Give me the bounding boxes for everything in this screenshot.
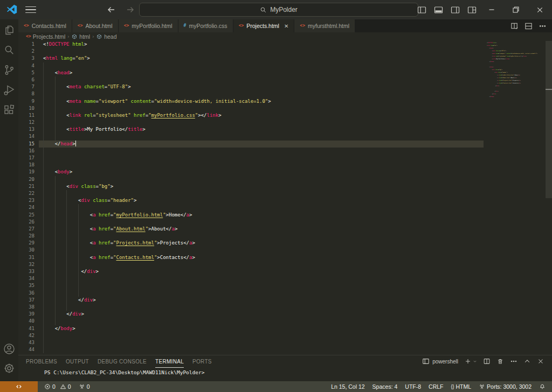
panel-tab-output[interactable]: OUTPUT <box>66 355 89 368</box>
editor-tab[interactable]: #myPortfolio.css <box>178 19 233 32</box>
panel-tab-terminal[interactable]: TERMINAL <box>155 355 184 368</box>
code-line[interactable]: 16 <box>18 148 552 155</box>
code-line[interactable]: 42 <box>18 332 552 339</box>
back-arrow-icon[interactable] <box>106 4 116 15</box>
run-debug-icon[interactable] <box>3 83 16 96</box>
code-line[interactable]: 36 <box>18 290 552 297</box>
code-line[interactable]: 18 <box>18 162 552 169</box>
kill-terminal-trash-icon[interactable] <box>496 358 504 365</box>
forward-arrow-icon[interactable] <box>125 4 136 15</box>
code-line[interactable]: 23 <div class="header"> <box>18 197 552 204</box>
terminal-prompt[interactable]: PS C:\Users\CLAB2_PC-34\Desktop\MAWD11Ni… <box>18 369 552 375</box>
close-window-button[interactable] <box>528 0 552 19</box>
close-tab-icon[interactable]: ✕ <box>284 23 288 29</box>
encoding-status[interactable]: UTF-8 <box>405 383 421 390</box>
code-line[interactable]: 2 <box>18 48 552 55</box>
forwarded-ports-status[interactable]: Ports: 3000, 3002 <box>479 383 532 390</box>
code-line[interactable]: 35 <box>18 282 552 289</box>
split-terminal-icon[interactable] <box>483 358 491 365</box>
new-terminal-button[interactable] <box>464 358 477 365</box>
code-line[interactable]: 10 <box>18 105 552 112</box>
code-line[interactable]: 28 <box>18 233 552 240</box>
problems-status[interactable]: 0 0 <box>44 383 71 390</box>
code-line[interactable]: 17 <box>18 155 552 162</box>
breadcrumb-item[interactable]: html <box>71 33 90 40</box>
breadcrumb-item[interactable]: <>Projects.html <box>26 33 65 40</box>
code-line[interactable]: 40 <box>18 318 552 325</box>
search-sidebar-icon[interactable] <box>3 44 16 57</box>
code-line[interactable]: 44 <box>18 346 552 353</box>
vertical-scrollbar[interactable] <box>546 41 552 198</box>
cursor-position-status[interactable]: Ln 15, Col 12 <box>331 383 364 390</box>
settings-gear-icon[interactable] <box>3 362 16 375</box>
remote-indicator[interactable] <box>0 381 38 392</box>
toggle-panel-icon[interactable] <box>434 5 443 15</box>
panel-more-icon[interactable] <box>510 358 518 365</box>
source-control-icon[interactable] <box>3 64 16 76</box>
more-actions-icon[interactable] <box>539 22 547 30</box>
editor-layout-icon[interactable] <box>525 22 533 30</box>
menu-icon[interactable] <box>25 4 36 15</box>
code-line[interactable]: 24 <box>18 204 552 211</box>
code-line[interactable]: 15 </head> <box>18 141 552 148</box>
notifications-bell-icon[interactable] <box>539 383 546 390</box>
code-line[interactable]: 33 </div> <box>18 268 552 275</box>
code-line[interactable]: 12 <box>18 119 552 126</box>
code-line[interactable]: 22 <box>18 190 552 197</box>
restore-button[interactable] <box>503 0 528 19</box>
split-editor-icon[interactable] <box>510 22 519 30</box>
maximize-panel-icon[interactable] <box>523 358 531 365</box>
eol-status[interactable]: CRLF <box>429 383 443 390</box>
minimize-button[interactable] <box>479 0 503 19</box>
code-line[interactable]: 26 <box>18 219 552 226</box>
code-line[interactable]: 27 <a href="About.html">About</a> <box>18 226 552 233</box>
editor-tab[interactable]: <>myfursthtml.html <box>294 19 355 32</box>
code-line[interactable]: 38 <box>18 304 552 311</box>
code-line[interactable]: 20 <box>18 176 552 183</box>
code-line[interactable]: 3<html lang="en"> <box>18 55 552 62</box>
panel-tab-debug-console[interactable]: DEBUG CONSOLE <box>98 355 147 368</box>
ports-indicator-left[interactable]: 0 <box>79 383 90 390</box>
code-line[interactable]: 14 <box>18 133 552 140</box>
code-line[interactable]: 25 <a href="myPortfolio.html">Home</a> <box>18 212 552 219</box>
code-editor[interactable]: 1<!DOCTYPE html>23<html lang="en">45 <he… <box>18 41 552 355</box>
minimap[interactable]: <!DOCTYPE html><html lang="en"> <head> <… <box>484 42 549 101</box>
editor-tab[interactable]: <>Contacts.html <box>18 19 72 32</box>
editor-tab[interactable]: <>About.html <box>72 19 118 32</box>
code-line[interactable]: 34 <box>18 275 552 282</box>
explorer-icon[interactable] <box>3 24 16 37</box>
customize-layout-icon[interactable] <box>467 5 477 15</box>
code-line[interactable]: 11 <link rel="stylesheet" href="myPortfo… <box>18 112 552 119</box>
command-center-search[interactable]: MyPolder <box>139 3 418 17</box>
code-line[interactable]: 9 <meta name="viewport" content="width=d… <box>18 98 552 105</box>
code-line[interactable]: 39 </div> <box>18 311 552 318</box>
extensions-icon[interactable] <box>3 103 16 116</box>
breadcrumb-item[interactable]: head <box>96 33 116 40</box>
toggle-sidebar-right-icon[interactable] <box>451 5 460 15</box>
panel-tab-ports[interactable]: PORTS <box>192 355 212 368</box>
code-line[interactable]: 37 </div> <box>18 297 552 304</box>
code-line[interactable]: 31 <a href="Contacts.html">Contacts</a> <box>18 254 552 261</box>
language-mode-status[interactable]: {} HTML <box>451 383 471 390</box>
close-panel-icon[interactable] <box>537 358 544 365</box>
code-line[interactable]: 29 <a href="Projects.html">Projects</a> <box>18 240 552 247</box>
code-line[interactable]: 5 <head> <box>18 69 552 76</box>
editor-tab[interactable]: <>Projects.html✕ <box>233 19 294 32</box>
code-line[interactable]: 19 <body> <box>18 169 552 176</box>
terminal-instance[interactable]: powershell <box>422 358 458 365</box>
code-line[interactable]: 30 <box>18 247 552 254</box>
panel-tab-problems[interactable]: PROBLEMS <box>26 355 57 368</box>
code-line[interactable]: 32 <box>18 261 552 268</box>
indentation-status[interactable]: Spaces: 4 <box>372 383 398 390</box>
code-line[interactable]: 6 <box>18 76 552 83</box>
code-line[interactable]: 8 <box>18 90 552 97</box>
toggle-sidebar-left-icon[interactable] <box>417 5 426 15</box>
code-line[interactable]: 4 <box>18 62 552 69</box>
code-line[interactable]: 1<!DOCTYPE html> <box>18 41 552 48</box>
accounts-icon[interactable] <box>3 342 16 355</box>
code-line[interactable]: 7 <meta charset="UTF-8"> <box>18 83 552 90</box>
code-line[interactable]: 21 <div class="bg"> <box>18 183 552 190</box>
editor-tab[interactable]: <>myPortfolio.html <box>119 19 178 32</box>
code-line[interactable]: 13 <title>My Portfolio</title> <box>18 126 552 133</box>
code-line[interactable]: 43 <box>18 339 552 346</box>
